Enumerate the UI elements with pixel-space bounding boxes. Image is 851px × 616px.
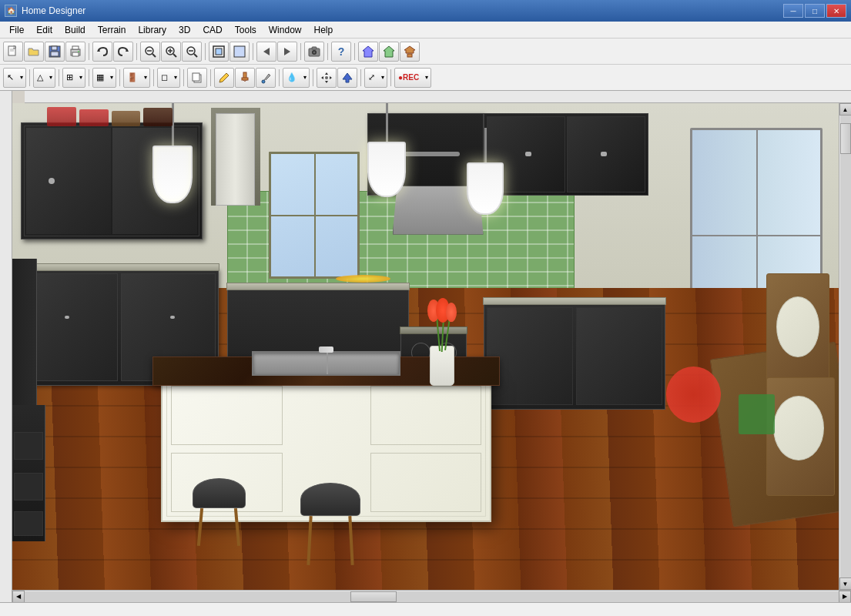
redo-button[interactable] bbox=[113, 42, 133, 62]
transform-dropdown[interactable]: ⤢ ▾ bbox=[364, 68, 387, 88]
sep1 bbox=[89, 43, 89, 60]
fill-button[interactable] bbox=[230, 42, 250, 62]
arrow-up-button[interactable] bbox=[337, 68, 357, 88]
scroll-left-button[interactable]: ◀ bbox=[12, 591, 25, 603]
transform-dropdown-icon: ⤢ bbox=[365, 72, 378, 82]
copy-button[interactable] bbox=[187, 68, 207, 88]
cabinet-dropdown[interactable]: ▦ ▾ bbox=[92, 68, 116, 88]
fit-window-button[interactable] bbox=[209, 42, 229, 62]
minimize-button[interactable]: ─ bbox=[783, 4, 803, 18]
menu-build[interactable]: Build bbox=[59, 23, 92, 37]
help-button[interactable]: ? bbox=[331, 42, 351, 62]
scroll-thumb-horizontal[interactable] bbox=[350, 591, 397, 602]
sep-t2-10 bbox=[360, 69, 361, 86]
undo-button[interactable] bbox=[92, 42, 112, 62]
pendant-light-center bbox=[367, 103, 406, 197]
svg-point-9 bbox=[78, 51, 79, 52]
sep-t2-2 bbox=[59, 69, 59, 86]
svg-marker-41 bbox=[325, 81, 328, 83]
svg-point-44 bbox=[325, 76, 328, 79]
zoom-in-button[interactable] bbox=[161, 42, 181, 62]
window-dropdown[interactable]: ◻ ▾ bbox=[157, 68, 180, 88]
eyedrop-button[interactable] bbox=[256, 68, 276, 88]
menu-file[interactable]: File bbox=[3, 23, 30, 37]
menu-tools[interactable]: Tools bbox=[229, 23, 263, 37]
close-button[interactable]: ✕ bbox=[826, 4, 846, 18]
back-window bbox=[269, 152, 360, 278]
fridge bbox=[211, 108, 260, 205]
new-button[interactable] bbox=[3, 42, 23, 62]
door-dropdown-arrow: ▾ bbox=[141, 74, 149, 81]
house-view2-button[interactable] bbox=[379, 42, 399, 62]
scroll-down-button[interactable]: ▼ bbox=[839, 578, 852, 590]
menu-window[interactable]: Window bbox=[263, 23, 308, 37]
top-cabinet-right bbox=[484, 113, 649, 196]
zoom-out-button[interactable] bbox=[182, 42, 202, 62]
door-dropdown[interactable]: 🚪 ▾ bbox=[123, 68, 150, 88]
maximize-button[interactable]: □ bbox=[805, 4, 825, 18]
app-icon: 🏠 bbox=[5, 5, 17, 17]
menu-cad[interactable]: CAD bbox=[196, 23, 228, 37]
menu-edit[interactable]: Edit bbox=[30, 23, 59, 37]
bar-stool-2 bbox=[293, 483, 368, 565]
move-button[interactable] bbox=[317, 68, 337, 88]
sink bbox=[252, 351, 400, 376]
pencil-button[interactable] bbox=[214, 68, 234, 88]
arrow-prev-button[interactable] bbox=[256, 42, 276, 62]
svg-line-16 bbox=[173, 54, 176, 57]
kitchen-scene bbox=[12, 103, 839, 590]
svg-rect-23 bbox=[216, 49, 222, 55]
toolbar2: ↖ ▾ △ ▾ ⊞ ▾ ▦ ▾ 🚪 ▾ ◻ ▾ 💧 ▾ bbox=[0, 65, 851, 91]
left-side-cabinet bbox=[12, 259, 37, 405]
scroll-right-button[interactable]: ▶ bbox=[839, 591, 851, 603]
house-view3-button[interactable] bbox=[400, 42, 420, 62]
paint-button[interactable] bbox=[235, 68, 255, 88]
arrow-next-button[interactable] bbox=[277, 42, 297, 62]
rec-label: ●REC bbox=[395, 73, 422, 82]
svg-marker-43 bbox=[330, 76, 332, 79]
menu-help[interactable]: Help bbox=[307, 23, 339, 37]
svg-marker-40 bbox=[325, 72, 328, 75]
svg-line-13 bbox=[152, 54, 156, 57]
house-view1-button[interactable] bbox=[358, 42, 378, 62]
spray-dropdown-icon: 💧 bbox=[283, 72, 300, 82]
open-button[interactable] bbox=[24, 42, 44, 62]
flowers bbox=[417, 298, 467, 386]
poly-dropdown[interactable]: △ ▾ bbox=[33, 68, 55, 88]
svg-marker-33 bbox=[404, 46, 415, 53]
scroll-track-horizontal bbox=[25, 591, 839, 602]
svg-rect-30 bbox=[312, 47, 317, 49]
svg-point-29 bbox=[313, 51, 316, 53]
menu-terrain[interactable]: Terrain bbox=[92, 23, 132, 37]
spray-dropdown[interactable]: 💧 ▾ bbox=[283, 68, 310, 88]
sep-t2-11 bbox=[390, 69, 391, 86]
sep-t2-1 bbox=[29, 69, 30, 86]
bottom-scrollbar: ◀ ▶ bbox=[12, 590, 851, 602]
select-dropdown[interactable]: ↖ ▾ bbox=[3, 68, 26, 88]
menu-library[interactable]: Library bbox=[132, 23, 173, 37]
svg-rect-8 bbox=[72, 52, 79, 56]
zoom-button[interactable] bbox=[140, 42, 160, 62]
menu-3d[interactable]: 3D bbox=[173, 23, 196, 37]
lower-cabinet-right bbox=[484, 303, 665, 410]
scroll-thumb-vertical[interactable] bbox=[840, 123, 851, 154]
canvas-area[interactable] bbox=[12, 103, 839, 590]
print-button[interactable] bbox=[65, 42, 85, 62]
sep-t2-8 bbox=[279, 69, 280, 86]
cabinet-dropdown-arrow: ▾ bbox=[107, 74, 116, 81]
svg-rect-24 bbox=[234, 46, 245, 57]
toolbar1: ? bbox=[0, 38, 851, 65]
camera-button[interactable] bbox=[304, 42, 324, 62]
menu-bar: File Edit Build Terrain Library 3D CAD T… bbox=[0, 22, 851, 38]
poly-dropdown-icon: △ bbox=[34, 72, 46, 82]
rec-dropdown[interactable]: ●REC ▾ bbox=[394, 68, 431, 88]
svg-rect-34 bbox=[407, 54, 412, 57]
sep-t2-3 bbox=[89, 69, 89, 86]
scroll-up-button[interactable]: ▲ bbox=[839, 103, 852, 116]
dining-area bbox=[657, 259, 839, 541]
wall-dropdown[interactable]: ⊞ ▾ bbox=[62, 68, 85, 88]
left-ruler bbox=[0, 91, 12, 602]
sep5 bbox=[300, 43, 301, 60]
save-button[interactable] bbox=[45, 42, 65, 62]
svg-marker-42 bbox=[321, 76, 323, 79]
